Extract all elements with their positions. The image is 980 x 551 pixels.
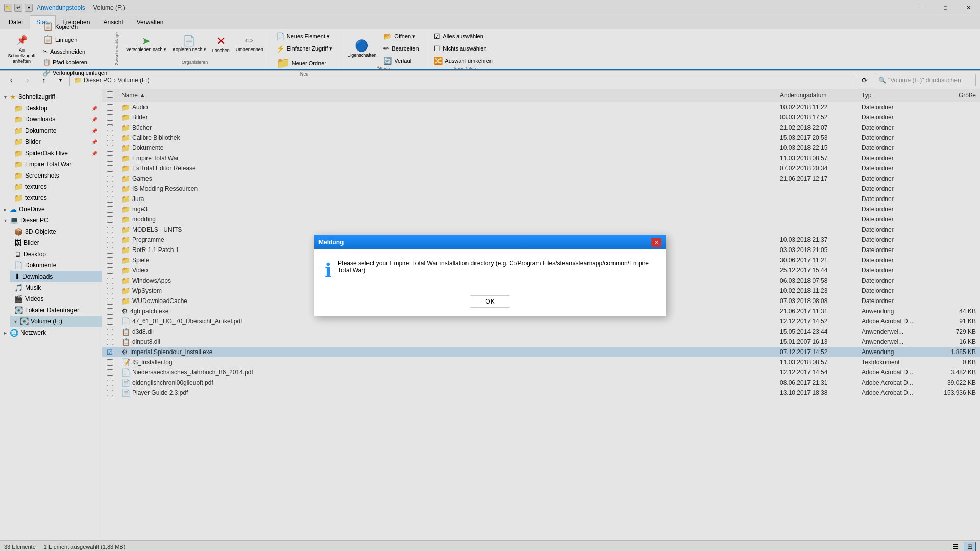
modal-body: ℹ Please select your Empire: Total War i… [314,249,666,291]
info-icon: ℹ [325,260,332,281]
modal-title: Meldung [318,239,344,246]
modal-message: Please select your Empire: Total War ins… [338,260,655,274]
modal-ok-button[interactable]: OK [470,295,510,308]
modal-title-bar: Meldung ✕ [314,235,666,249]
modal-close-button[interactable]: ✕ [651,238,662,247]
modal-overlay: Meldung ✕ ℹ Please select your Empire: T… [0,0,980,551]
modal-footer: OK [314,291,666,316]
modal-dialog: Meldung ✕ ℹ Please select your Empire: T… [314,235,666,316]
